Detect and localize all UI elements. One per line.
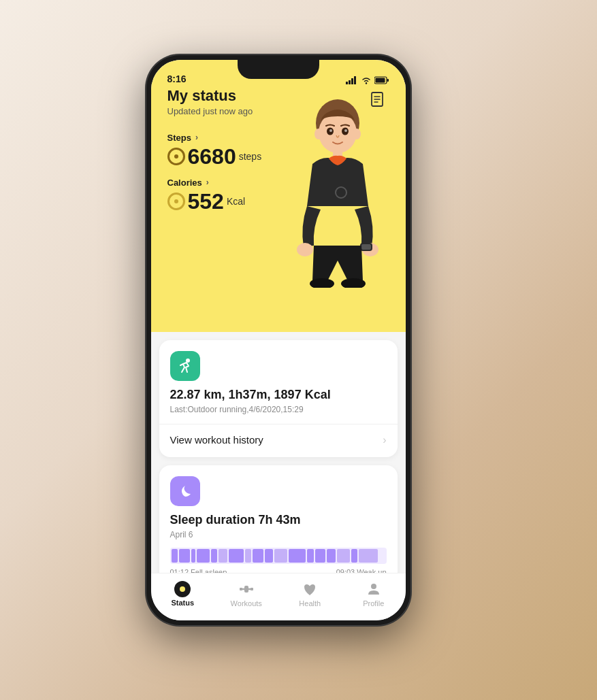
health-icon-svg	[302, 581, 318, 597]
sleep-seg-6	[219, 549, 227, 563]
sleep-times: 01:12 Fell asleep 09:03 Weak up	[170, 568, 387, 573]
wifi-icon	[361, 76, 372, 84]
steps-number: 6680	[188, 144, 236, 169]
svg-point-28	[174, 154, 178, 159]
view-history-label: View workout history	[170, 434, 263, 446]
workout-sub-text: Last:Outdoor running,4/6/2020,15:29	[170, 405, 387, 414]
sleep-seg-14	[315, 549, 326, 563]
svg-rect-7	[375, 78, 385, 82]
svg-rect-6	[387, 79, 389, 82]
page-title: My status	[167, 87, 253, 105]
calories-circle	[167, 193, 185, 210]
signal-icon	[346, 76, 358, 84]
svg-rect-25	[361, 244, 371, 250]
sleep-seg-16	[337, 549, 350, 563]
calories-unit: Kcal	[227, 196, 245, 207]
nav-item-workouts[interactable]: Workouts	[214, 580, 278, 607]
sleep-seg-7	[229, 549, 244, 563]
sleep-seg-5	[211, 549, 217, 563]
sleep-title: Sleep duration 7h 43m	[170, 513, 387, 527]
calories-chevron: ›	[206, 178, 209, 187]
sleep-bar	[170, 548, 387, 564]
sleep-icon	[176, 482, 194, 500]
sleep-seg-18	[359, 549, 378, 563]
steps-chevron: ›	[195, 133, 198, 142]
running-icon	[176, 357, 194, 375]
svg-point-22	[297, 243, 313, 256]
header-section: My status Updated just now ago	[151, 60, 406, 332]
sleep-seg-13	[307, 549, 313, 563]
svg-point-18	[314, 129, 323, 139]
calories-number: 552	[188, 189, 224, 214]
sleep-seg-17	[351, 549, 357, 563]
workout-main-text: 22.87 km, 1h37m, 1897 Kcal	[170, 388, 387, 402]
nav-item-health[interactable]: Health	[278, 580, 342, 607]
sleep-seg-9	[253, 549, 263, 563]
svg-point-16	[329, 129, 332, 132]
nav-item-status[interactable]: Status	[151, 581, 215, 607]
svg-rect-2	[351, 78, 353, 84]
nav-item-profile[interactable]: Profile	[342, 580, 406, 607]
cards-section: 22.87 km, 1h37m, 1897 Kcal Last:Outdoor …	[151, 332, 406, 573]
page-subtitle: Updated just now ago	[167, 106, 253, 116]
sleep-seg-2	[179, 549, 190, 563]
sleep-end-time: 09:03 Weak up	[336, 568, 387, 573]
svg-rect-37	[251, 588, 253, 590]
sleep-seg-15	[327, 549, 336, 563]
phone-shell: 8:16	[146, 54, 411, 626]
svg-rect-3	[354, 76, 356, 84]
svg-point-13	[319, 112, 357, 153]
nav-workouts-icon	[238, 580, 255, 598]
svg-point-4	[365, 82, 366, 84]
nav-status-dot-inner	[180, 586, 185, 592]
status-time: 8:16	[167, 73, 187, 84]
steps-circle-icon	[173, 153, 180, 160]
sleep-seg-8	[245, 549, 251, 563]
bottom-nav: Status Workouts	[151, 573, 406, 620]
svg-point-29	[174, 199, 178, 203]
nav-status-label: Status	[171, 599, 194, 607]
nav-status-dot	[174, 581, 191, 597]
steps-circle	[167, 148, 185, 165]
profile-icon-svg	[366, 581, 382, 597]
phone-wrapper: 8:16	[146, 54, 411, 626]
sleep-card-icon	[170, 476, 200, 506]
phone-screen: 8:16	[151, 60, 406, 620]
phone-notch	[238, 60, 319, 79]
character-avatar	[287, 90, 389, 288]
view-history-chevron: ›	[383, 434, 386, 446]
avatar-container	[283, 80, 392, 298]
view-history-row[interactable]: View workout history ›	[170, 424, 387, 446]
sleep-seg-3	[191, 549, 195, 563]
status-icons	[346, 76, 389, 84]
sleep-seg-12	[289, 549, 306, 563]
workouts-icon-svg	[238, 581, 255, 597]
nav-health-icon	[301, 580, 319, 598]
svg-rect-0	[346, 82, 348, 84]
screen-content: My status Updated just now ago	[151, 60, 406, 573]
svg-rect-1	[349, 80, 351, 84]
sleep-date: April 6	[170, 530, 387, 539]
nav-profile-label: Profile	[363, 599, 384, 607]
svg-point-19	[353, 129, 361, 139]
sleep-seg-11	[274, 549, 287, 563]
nav-profile-icon	[365, 580, 383, 598]
sleep-start-time: 01:12 Fell asleep	[170, 568, 227, 573]
nav-health-label: Health	[299, 599, 321, 607]
battery-icon	[374, 76, 389, 84]
sleep-segments	[170, 548, 387, 564]
svg-point-38	[371, 584, 376, 589]
header-text: My status Updated just now ago	[167, 87, 253, 116]
sleep-seg-1	[172, 549, 178, 563]
workout-card: 22.87 km, 1h37m, 1897 Kcal Last:Outdoor …	[159, 340, 398, 457]
sleep-card: Sleep duration 7h 43m April 6	[159, 465, 398, 573]
sleep-seg-10	[265, 549, 274, 563]
svg-point-17	[344, 129, 347, 132]
calories-circle-icon	[173, 198, 180, 205]
workout-card-icon	[170, 351, 200, 381]
sleep-seg-4	[197, 549, 210, 563]
steps-unit: steps	[239, 151, 261, 162]
nav-workouts-label: Workouts	[231, 599, 262, 607]
